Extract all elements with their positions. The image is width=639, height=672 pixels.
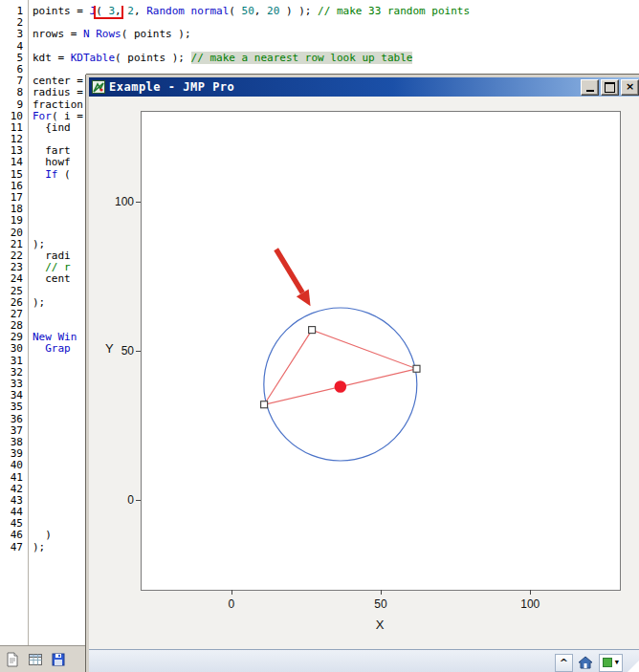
line-number: 4 — [0, 41, 23, 53]
save-script-icon[interactable] — [49, 650, 67, 668]
line-number: 20 — [0, 228, 23, 239]
plot-area[interactable]: 050100050100 — [141, 111, 621, 591]
x-tick-mark — [381, 590, 382, 595]
center-dot[interactable] — [335, 380, 347, 393]
green-square-icon — [603, 658, 612, 667]
jmp-example-window: Example - JMP Pro × 050100050100 Y X — [86, 75, 639, 672]
point-marker[interactable] — [261, 401, 268, 408]
window-title: Example - JMP Pro — [109, 80, 577, 94]
line-number: 25 — [0, 286, 23, 297]
line-number: 3 — [0, 29, 23, 40]
resize-grip[interactable] — [625, 658, 639, 672]
line-number: 30 — [0, 343, 23, 355]
x-tick-label: 100 — [520, 597, 540, 611]
code-line[interactable]: nrows = N Rows( points ); — [33, 29, 639, 40]
home-button[interactable] — [578, 655, 594, 671]
new-script-icon[interactable] — [3, 650, 21, 668]
line-number: 41 — [0, 472, 23, 484]
line-number: 47 — [0, 542, 23, 553]
x-axis-label[interactable]: X — [376, 618, 385, 632]
annotation-arrow[interactable] — [276, 249, 303, 293]
window-titlebar[interactable]: Example - JMP Pro × — [89, 77, 639, 97]
maximize-icon — [605, 82, 615, 93]
line-number: 15 — [0, 169, 23, 181]
line-number: 8 — [0, 87, 23, 98]
line-number: 31 — [0, 356, 23, 367]
minimize-button[interactable] — [581, 79, 599, 96]
y-tick-mark — [136, 351, 141, 352]
close-button[interactable]: × — [621, 79, 639, 96]
y-tick-mark — [136, 500, 141, 501]
close-icon: × — [626, 81, 634, 92]
code-line[interactable]: points = J( 3, 2, Random normal( 50, 20 … — [33, 6, 639, 17]
dropdown-caret-icon: ▼ — [615, 660, 619, 666]
y-tick-label: 100 — [115, 195, 134, 208]
plot-svg[interactable] — [142, 112, 620, 590]
line-number: 46 — [0, 530, 23, 541]
gutter-divider — [28, 0, 29, 646]
point-marker[interactable] — [309, 327, 316, 334]
line-number: 24 — [0, 273, 23, 285]
x-tick-mark — [231, 590, 232, 595]
line-number: 40 — [0, 460, 23, 471]
triangle-lines[interactable] — [264, 330, 416, 404]
line-number: 14 — [0, 157, 23, 168]
screen: 1234567891011121314151617181920212223242… — [0, 0, 639, 672]
maximize-button[interactable] — [601, 79, 619, 96]
line-number: 9 — [0, 99, 23, 111]
y-tick-mark — [136, 202, 141, 203]
graph-client-area: 050100050100 Y X — [89, 97, 639, 650]
line-number-gutter: 1234567891011121314151617181920212223242… — [0, 6, 23, 553]
line-number: 36 — [0, 414, 23, 425]
line-number: 19 — [0, 215, 23, 227]
window-controls: × — [581, 79, 639, 96]
selection-mode-dropdown[interactable]: ▼ — [599, 654, 623, 672]
y-tick-label: 50 — [121, 344, 134, 358]
home-icon — [578, 656, 593, 669]
x-tick-label: 50 — [374, 597, 386, 611]
y-tick-label: 0 — [127, 493, 134, 507]
collapse-caret-button[interactable]: ^ — [555, 654, 573, 672]
x-tick-mark — [530, 590, 531, 595]
minimize-icon — [586, 90, 594, 92]
x-tick-label: 0 — [228, 597, 234, 611]
open-table-icon[interactable] — [26, 650, 44, 668]
jmp-app-icon — [91, 80, 105, 95]
window-statusbar: ^ ▼ — [89, 649, 639, 672]
line-number: 35 — [0, 401, 23, 413]
y-axis-label[interactable]: Y — [105, 341, 114, 356]
code-line[interactable]: kdt = KDTable( points ); // make a neare… — [33, 53, 639, 64]
point-marker[interactable] — [413, 365, 420, 372]
red-highlight-box: ( 3, — [96, 6, 121, 17]
